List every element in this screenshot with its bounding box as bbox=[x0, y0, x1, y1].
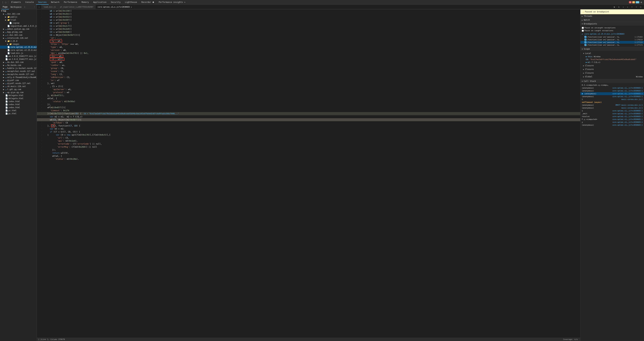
tab-application[interactable]: Application bbox=[91, 0, 108, 5]
pause-uncaught-checkbox[interactable] bbox=[582, 27, 584, 29]
cs-item-1[interactable]: (anonymous) core-optimi.v2….js?v=2838683… bbox=[580, 86, 644, 90]
tab-recorder[interactable]: Recorder ⏺ bbox=[140, 0, 156, 5]
bp-item-0[interactable]: (function(){var w=['passive','d… 1:17646… bbox=[580, 36, 644, 38]
tree-item-trial[interactable]: ▶ 📁 trial bbox=[0, 18, 37, 22]
cs-item-6[interactable]: (anonymous) VM477 music-corona.min.js:1 bbox=[580, 104, 644, 106]
tree-item-delegate1[interactable]: 📄 delegate.html bbox=[0, 94, 37, 97]
workspace-tab[interactable]: Workspace bbox=[9, 5, 23, 10]
tree-item-wpqiye[interactable]: ▶ ☁ wp.qiye.qq.com bbox=[0, 91, 37, 94]
closure3-header[interactable]: ▶ Closure bbox=[580, 71, 644, 75]
tree-item-load[interactable]: 📄 load.min.js bbox=[0, 52, 37, 55]
tree-item-neguardian[interactable]: 📄 neguardian.umd.1.0.0.js bbox=[0, 24, 37, 28]
tree-item-tgdt[interactable]: ▶ ☁ t.gdt.qq.com bbox=[0, 88, 37, 91]
info-count[interactable]: 25 bbox=[636, 1, 639, 3]
tab-console[interactable]: Console bbox=[23, 0, 36, 5]
tree-item-bqq[interactable]: ▶ ☁ bqq.gtimg.com bbox=[0, 30, 37, 34]
cs-item-5[interactable]: t music-corona.min.js:1 bbox=[580, 98, 644, 101]
tab-network[interactable]: Network bbox=[49, 0, 62, 5]
tab-security[interactable]: Security bbox=[109, 0, 123, 5]
tree-item-hmbaidu[interactable]: ▶ ☁ hm.baidu.com bbox=[0, 64, 37, 67]
scope-expand[interactable]: ▶ bbox=[586, 56, 587, 58]
bp-item-1[interactable]: (function(){var w=['passive','d… 1:17661… bbox=[580, 38, 644, 41]
tree-item-necaptcha[interactable]: ▶ ☁ necaptcha.nosdn.127.net bbox=[0, 73, 37, 76]
closure1-header[interactable]: ▶ Closure bbox=[580, 64, 644, 68]
bp-item-2[interactable]: (function(){var w=['passive','d… 1:17713… bbox=[580, 41, 644, 44]
error-count[interactable]: 6 bbox=[629, 1, 632, 3]
tree-item-s6music[interactable]: ▶ ☁ s6.music.126.net bbox=[0, 85, 37, 88]
tree-item-delegate2[interactable]: 📄 delegate.html bbox=[0, 97, 37, 100]
step-into-btn[interactable]: ↓ bbox=[626, 5, 630, 9]
bp-pause-caught[interactable]: Pause on caught exceptions bbox=[580, 29, 644, 32]
scope-header[interactable]: ▼ Scope bbox=[580, 47, 644, 51]
tree-item-dadun[interactable]: ▶ ☁ da.dun.163.com bbox=[0, 61, 37, 64]
tree-item-dun163[interactable]: ▶ ☁ dun.163.com bbox=[0, 12, 37, 16]
tree-item-cdun[interactable]: ▶ ☁ c.dun.163.com bbox=[0, 34, 37, 36]
sidebar-options-btn[interactable]: ⋮ bbox=[34, 6, 36, 8]
bp-checkbox-0[interactable] bbox=[584, 36, 586, 38]
tree-item-index1[interactable]: 📄 index.html bbox=[0, 100, 37, 103]
deactivate-bp-btn[interactable]: ▢ bbox=[639, 5, 643, 9]
cs-item-9[interactable]: _emit core-optimi.v2….js?v=2838683:1 bbox=[580, 112, 644, 115]
tree-item-top[interactable]: ▼ top bbox=[0, 10, 37, 12]
bp-item-3[interactable]: (function(){var w=['passive','d… 1:17717… bbox=[580, 44, 644, 46]
tree-item-qiyukf-nosdn[interactable]: ▶ ☁ qiyukf.nosdn.127.net bbox=[0, 82, 37, 85]
tree-item-jigsaw[interactable]: 📄 jigsaw bbox=[0, 22, 37, 24]
bp-checkbox-3[interactable] bbox=[584, 44, 586, 46]
tree-item-wm1[interactable]: 📄 wm.3.0.0_33d41777.min.js?v=2… bbox=[0, 55, 37, 58]
tree-item-only[interactable]: ▶ ☁ only-d-fkeamb14u4jcc9uom6jew… bbox=[0, 76, 37, 79]
watch-header[interactable]: ▶ Watch bbox=[580, 18, 644, 22]
tree-item-cstaticcdn[interactable]: ▶ ☁ cstaticcdn.126.net bbox=[0, 36, 37, 40]
global-header[interactable]: ▶ Global Window bbox=[580, 75, 644, 78]
tree-item-images[interactable]: ▶ 📁 images bbox=[0, 42, 37, 46]
file-tab-core-optimi[interactable]: core-optimi.v2…n.js?v=2838683 ✕ bbox=[96, 5, 134, 9]
cs-item-2[interactable]: (anonymous) core-optimi.v2….js?v=2838683… bbox=[580, 90, 644, 92]
bp-checkbox-2[interactable] bbox=[584, 41, 586, 43]
devtools-menu-icon[interactable]: ⋮ bbox=[1, 1, 4, 4]
cs-item-11[interactable]: F.y.<computed> core-optimi.v2….js?v=2838… bbox=[580, 118, 644, 121]
file-tab-close[interactable]: ✕ bbox=[131, 6, 132, 8]
bp-pause-uncaught[interactable]: Pause on uncaught exceptions bbox=[580, 26, 644, 29]
code-editor[interactable]: - wb = wr[m1(0x150)] - wb = wr[m1(0x2b1)… bbox=[37, 10, 580, 338]
cs-item-7[interactable]: (anonymous) music-corona.min.js:1 bbox=[580, 106, 644, 109]
cs-item-3[interactable]: ● (anonymous) core-optimi.v2….js?v=28386… bbox=[580, 92, 644, 95]
tab-performance[interactable]: Performance bbox=[62, 0, 79, 5]
tree-item-index3[interactable]: 📄 index.html bbox=[0, 106, 37, 109]
bp-checkbox-1[interactable] bbox=[584, 38, 586, 40]
tree-item-wm2[interactable]: 📄 wm.3.0.0_33d41777.min.js?v=2… bbox=[0, 58, 37, 61]
tree-item-pc1[interactable]: 📄 pc.html bbox=[0, 109, 37, 112]
cs-item-4[interactable]: (anonymous) core-optimi.v2….js?v=2838683… bbox=[580, 95, 644, 98]
step-over-btn[interactable]: ↓ bbox=[621, 5, 625, 9]
tree-item-core-optimi-1[interactable]: 📄 core-optimi.v2.25.0.min.js?v… bbox=[0, 46, 37, 49]
tree-item-pc2[interactable]: 📄 pc.html bbox=[0, 112, 37, 115]
settings-icon[interactable]: ⚙ bbox=[640, 1, 643, 4]
tree-item-core-optimi-2[interactable]: 📄 core-optimi.v2.25.0.min.js?v… bbox=[0, 49, 37, 52]
tree-item-public[interactable]: ▶ 📁 public bbox=[0, 16, 37, 18]
threads-header[interactable]: ▶ Threads bbox=[580, 14, 644, 18]
cs-item-13[interactable]: (anonymous) core-optimi.v2….js?v=2838683… bbox=[580, 124, 644, 126]
step-btn[interactable]: → bbox=[634, 5, 638, 9]
tree-item-necaptcha1[interactable]: ▶ ☁ necaptcha1.nosdn.127.net bbox=[0, 70, 37, 73]
more-tabs-btn[interactable]: » bbox=[23, 6, 26, 8]
inspect-icon[interactable]: ⬚ bbox=[4, 1, 7, 4]
file-tab-load[interactable]: load.min.js bbox=[42, 5, 58, 9]
tree-item-225[interactable]: ▼ 📁 2.25.0 bbox=[0, 40, 37, 42]
cs-item-8[interactable]: s core-optimi.v2….js?v=2838683:1 bbox=[580, 109, 644, 112]
local-section-header[interactable]: ▼ Local bbox=[580, 52, 644, 55]
callstack-header[interactable]: ▼ Call Stack bbox=[580, 79, 644, 83]
warning-count[interactable]: 4 bbox=[632, 1, 635, 3]
file-tab-pt[interactable]: pt_experience_c…b8677592e4b98f bbox=[58, 5, 96, 9]
resume-btn[interactable]: ▶ bbox=[612, 5, 616, 9]
tree-item-admin[interactable]: ▶ ☁ admin.qidian.qq.com bbox=[0, 28, 37, 30]
cs-item-0[interactable]: H.I.<computed>.q.<computed> bbox=[580, 84, 644, 86]
tree-item-hubble[interactable]: ▶ ☁ hubble-js-bucket.nosdn.127.net bbox=[0, 67, 37, 70]
scope-expand[interactable]: ▶ bbox=[586, 61, 587, 64]
page-tab[interactable]: Page bbox=[1, 5, 9, 10]
cs-item-12[interactable]: y core-optimi.v2….js?v=2838683:1 bbox=[580, 121, 644, 124]
tab-sources[interactable]: Sources bbox=[36, 0, 49, 5]
tree-item-index2[interactable]: 📄 index.html bbox=[0, 103, 37, 106]
step-out-btn[interactable]: ↑ bbox=[630, 5, 634, 9]
cs-item-10[interactable]: resolve core-optimi.v2….js?v=2838683:1 bbox=[580, 115, 644, 118]
toggle-sidebar-btn[interactable]: ⬚ bbox=[37, 5, 42, 9]
tab-lighthouse[interactable]: Lighthouse bbox=[123, 0, 139, 5]
tree-item-qiyukf[interactable]: ▶ ☁ qiyukf.com bbox=[0, 79, 37, 82]
